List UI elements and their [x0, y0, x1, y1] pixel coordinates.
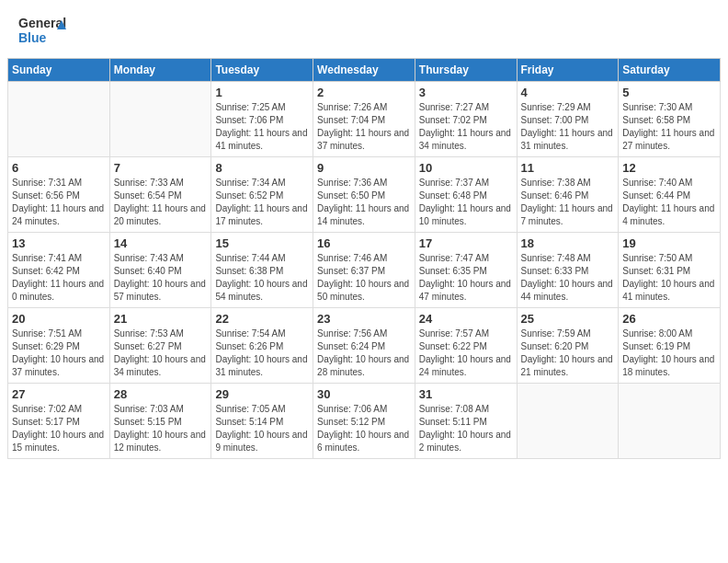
- day-number: 30: [317, 387, 411, 401]
- calendar-cell: 19Sunrise: 7:50 AMSunset: 6:31 PMDayligh…: [619, 233, 721, 308]
- day-number: 29: [215, 387, 309, 401]
- calendar-cell: 28Sunrise: 7:03 AMSunset: 5:15 PMDayligh…: [109, 384, 211, 459]
- calendar-cell: 4Sunrise: 7:29 AMSunset: 7:00 PMDaylight…: [517, 82, 619, 157]
- logo-icon: General Blue: [18, 11, 69, 52]
- header: General Blue: [0, 0, 728, 58]
- day-detail: Sunrise: 7:47 AMSunset: 6:35 PMDaylight:…: [419, 252, 513, 304]
- calendar-week-5: 27Sunrise: 7:02 AMSunset: 5:17 PMDayligh…: [8, 384, 721, 459]
- day-detail: Sunrise: 7:03 AMSunset: 5:15 PMDaylight:…: [114, 403, 208, 454]
- calendar-header-friday: Friday: [517, 59, 619, 82]
- calendar-cell: 1Sunrise: 7:25 AMSunset: 7:06 PMDaylight…: [211, 82, 313, 157]
- calendar-week-3: 13Sunrise: 7:41 AMSunset: 6:42 PMDayligh…: [8, 233, 721, 308]
- day-detail: Sunrise: 7:26 AMSunset: 7:04 PMDaylight:…: [317, 101, 411, 153]
- day-detail: Sunrise: 7:27 AMSunset: 7:02 PMDaylight:…: [419, 101, 513, 153]
- day-detail: Sunrise: 7:51 AMSunset: 6:29 PMDaylight:…: [12, 327, 106, 379]
- day-number: 26: [622, 312, 716, 326]
- day-detail: Sunrise: 7:44 AMSunset: 6:38 PMDaylight:…: [215, 252, 309, 304]
- day-detail: Sunrise: 7:34 AMSunset: 6:52 PMDaylight:…: [215, 177, 309, 228]
- logo-container: General Blue: [18, 11, 69, 52]
- calendar-cell: 30Sunrise: 7:06 AMSunset: 5:12 PMDayligh…: [313, 384, 415, 459]
- calendar-cell: [8, 82, 110, 157]
- day-number: 25: [521, 312, 615, 326]
- day-number: 24: [419, 312, 513, 326]
- day-detail: Sunrise: 7:31 AMSunset: 6:56 PMDaylight:…: [12, 177, 106, 228]
- day-number: 23: [317, 312, 411, 326]
- day-number: 28: [114, 387, 208, 401]
- day-detail: Sunrise: 7:25 AMSunset: 7:06 PMDaylight:…: [215, 101, 309, 153]
- day-number: 6: [12, 161, 106, 175]
- calendar-header-thursday: Thursday: [415, 59, 517, 82]
- day-detail: Sunrise: 7:05 AMSunset: 5:14 PMDaylight:…: [215, 403, 309, 454]
- day-number: 10: [419, 161, 513, 175]
- day-detail: Sunrise: 7:41 AMSunset: 6:42 PMDaylight:…: [12, 252, 106, 304]
- calendar-cell: 11Sunrise: 7:38 AMSunset: 6:46 PMDayligh…: [517, 157, 619, 233]
- calendar-header-monday: Monday: [109, 59, 211, 82]
- day-detail: Sunrise: 7:08 AMSunset: 5:11 PMDaylight:…: [419, 403, 513, 454]
- calendar-header-saturday: Saturday: [619, 59, 721, 82]
- day-detail: Sunrise: 7:33 AMSunset: 6:54 PMDaylight:…: [114, 177, 208, 228]
- calendar-week-1: 1Sunrise: 7:25 AMSunset: 7:06 PMDaylight…: [8, 82, 721, 157]
- calendar-cell: 29Sunrise: 7:05 AMSunset: 5:14 PMDayligh…: [211, 384, 313, 459]
- day-number: 8: [215, 161, 309, 175]
- calendar-cell: 6Sunrise: 7:31 AMSunset: 6:56 PMDaylight…: [8, 157, 110, 233]
- day-number: 7: [114, 161, 208, 175]
- day-number: 17: [419, 236, 513, 250]
- calendar-cell: 27Sunrise: 7:02 AMSunset: 5:17 PMDayligh…: [8, 384, 110, 459]
- calendar-cell: 23Sunrise: 7:56 AMSunset: 6:24 PMDayligh…: [313, 308, 415, 384]
- day-number: 13: [12, 236, 106, 250]
- day-detail: Sunrise: 7:37 AMSunset: 6:48 PMDaylight:…: [419, 177, 513, 228]
- calendar-cell: 24Sunrise: 7:57 AMSunset: 6:22 PMDayligh…: [415, 308, 517, 384]
- day-number: 2: [317, 86, 411, 99]
- logo-area: General Blue: [18, 11, 69, 52]
- calendar-cell: 16Sunrise: 7:46 AMSunset: 6:37 PMDayligh…: [313, 233, 415, 308]
- day-detail: Sunrise: 7:02 AMSunset: 5:17 PMDaylight:…: [12, 403, 106, 454]
- day-detail: Sunrise: 7:57 AMSunset: 6:22 PMDaylight:…: [419, 327, 513, 379]
- calendar-cell: 7Sunrise: 7:33 AMSunset: 6:54 PMDaylight…: [109, 157, 211, 233]
- day-number: 4: [521, 86, 615, 99]
- day-number: 15: [215, 236, 309, 250]
- day-detail: Sunrise: 7:36 AMSunset: 6:50 PMDaylight:…: [317, 177, 411, 228]
- calendar-cell: 8Sunrise: 7:34 AMSunset: 6:52 PMDaylight…: [211, 157, 313, 233]
- day-number: 9: [317, 161, 411, 175]
- day-detail: Sunrise: 7:30 AMSunset: 6:58 PMDaylight:…: [622, 101, 716, 153]
- calendar-cell: [619, 384, 721, 459]
- calendar-header-tuesday: Tuesday: [211, 59, 313, 82]
- day-detail: Sunrise: 7:06 AMSunset: 5:12 PMDaylight:…: [317, 403, 411, 454]
- calendar-cell: 10Sunrise: 7:37 AMSunset: 6:48 PMDayligh…: [415, 157, 517, 233]
- calendar-cell: 22Sunrise: 7:54 AMSunset: 6:26 PMDayligh…: [211, 308, 313, 384]
- day-detail: Sunrise: 7:38 AMSunset: 6:46 PMDaylight:…: [521, 177, 615, 228]
- day-detail: Sunrise: 8:00 AMSunset: 6:19 PMDaylight:…: [622, 327, 716, 379]
- calendar-cell: 17Sunrise: 7:47 AMSunset: 6:35 PMDayligh…: [415, 233, 517, 308]
- day-detail: Sunrise: 7:40 AMSunset: 6:44 PMDaylight:…: [622, 177, 716, 228]
- day-number: 19: [622, 236, 716, 250]
- page-container: General Blue SundayMondayTuesdayWednesda…: [0, 0, 728, 466]
- day-detail: Sunrise: 7:29 AMSunset: 7:00 PMDaylight:…: [521, 101, 615, 153]
- day-detail: Sunrise: 7:53 AMSunset: 6:27 PMDaylight:…: [114, 327, 208, 379]
- calendar-week-2: 6Sunrise: 7:31 AMSunset: 6:56 PMDaylight…: [8, 157, 721, 233]
- calendar-cell: 18Sunrise: 7:48 AMSunset: 6:33 PMDayligh…: [517, 233, 619, 308]
- day-detail: Sunrise: 7:46 AMSunset: 6:37 PMDaylight:…: [317, 252, 411, 304]
- title-area: [69, 11, 710, 13]
- calendar-cell: 26Sunrise: 8:00 AMSunset: 6:19 PMDayligh…: [619, 308, 721, 384]
- calendar-cell: 2Sunrise: 7:26 AMSunset: 7:04 PMDaylight…: [313, 82, 415, 157]
- calendar-cell: 20Sunrise: 7:51 AMSunset: 6:29 PMDayligh…: [8, 308, 110, 384]
- day-detail: Sunrise: 7:43 AMSunset: 6:40 PMDaylight:…: [114, 252, 208, 304]
- calendar-cell: 31Sunrise: 7:08 AMSunset: 5:11 PMDayligh…: [415, 384, 517, 459]
- day-number: 31: [419, 387, 513, 401]
- day-detail: Sunrise: 7:56 AMSunset: 6:24 PMDaylight:…: [317, 327, 411, 379]
- day-detail: Sunrise: 7:48 AMSunset: 6:33 PMDaylight:…: [521, 252, 615, 304]
- calendar-header-sunday: Sunday: [8, 59, 110, 82]
- day-detail: Sunrise: 7:59 AMSunset: 6:20 PMDaylight:…: [521, 327, 615, 379]
- calendar-cell: 14Sunrise: 7:43 AMSunset: 6:40 PMDayligh…: [109, 233, 211, 308]
- calendar-cell: 21Sunrise: 7:53 AMSunset: 6:27 PMDayligh…: [109, 308, 211, 384]
- day-number: 16: [317, 236, 411, 250]
- calendar-cell: 5Sunrise: 7:30 AMSunset: 6:58 PMDaylight…: [619, 82, 721, 157]
- calendar-header-wednesday: Wednesday: [313, 59, 415, 82]
- calendar-cell: [517, 384, 619, 459]
- day-number: 11: [521, 161, 615, 175]
- day-number: 21: [114, 312, 208, 326]
- calendar-cell: 9Sunrise: 7:36 AMSunset: 6:50 PMDaylight…: [313, 157, 415, 233]
- day-number: 18: [521, 236, 615, 250]
- calendar-cell: 3Sunrise: 7:27 AMSunset: 7:02 PMDaylight…: [415, 82, 517, 157]
- day-number: 1: [215, 86, 309, 99]
